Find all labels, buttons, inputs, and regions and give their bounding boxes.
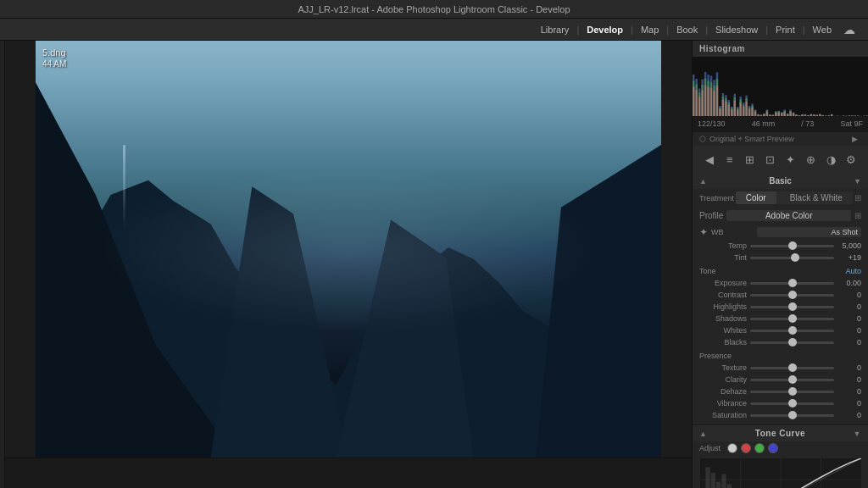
whites-thumb[interactable] [788,326,797,335]
navbar: Library | Develop | Map | Book | Slidesh… [0,19,868,41]
main-area: 5.dng 44 AM Histogram 122/130 46 mm / 73… [0,41,868,488]
smart-preview-bar: ⬡ Original + Smart Preview ▶ [693,132,868,146]
nav-web[interactable]: Web [809,23,836,36]
point-green[interactable] [754,443,765,453]
tint-slider[interactable] [750,257,834,259]
shadows-thumb[interactable] [788,314,797,323]
basic-label: Basic [769,176,792,186]
temp-thumb[interactable] [788,241,797,250]
tone-curve-canvas[interactable] [700,458,861,488]
histogram-info: 122/130 46 mm / 73 Sat 9F [693,118,868,130]
contrast-row: Contrast 0 [693,289,868,301]
vibrance-thumb[interactable] [788,399,797,408]
vibrance-label: Vibrance [699,399,747,408]
hist-info-left: 122/130 [698,119,726,128]
histogram-header[interactable]: Histogram [693,41,868,57]
point-blue[interactable] [768,443,778,453]
highlights-slider[interactable] [750,306,834,308]
exposure-slider[interactable] [750,282,834,285]
tone-label: Tone [699,267,716,275]
contrast-value: 0 [837,291,861,299]
nav-sep-2: | [631,25,633,35]
center-area: 5.dng 44 AM [5,41,692,488]
whites-slider[interactable] [750,330,834,332]
tool-heal[interactable]: ⊕ [801,150,820,169]
nav-print[interactable]: Print [771,23,799,36]
texture-slider[interactable] [750,367,834,369]
filmstrip [5,458,692,488]
whites-label: Whites [699,326,747,335]
saturation-label: Saturation [699,411,747,419]
wb-dropper-icon[interactable]: ✦ [699,226,708,238]
clarity-slider[interactable] [750,379,834,381]
blacks-label: Blacks [699,338,747,347]
histogram-section: Histogram 122/130 46 mm / 73 Sat 9F [693,41,868,132]
nav-develop[interactable]: Develop [582,23,627,36]
photo-filename: 5.dng [42,47,66,58]
tone-curve-header[interactable]: ▲ Tone Curve ▼ [693,425,868,441]
highlights-label: Highlights [699,302,747,311]
shadows-slider[interactable] [750,318,834,320]
nav-book[interactable]: Book [672,23,702,36]
smart-preview-arrow: ▶ [852,135,858,143]
saturation-thumb[interactable] [788,411,797,419]
highlights-row: Highlights 0 [693,301,868,313]
blacks-thumb[interactable] [788,338,797,347]
contrast-slider[interactable] [750,294,834,297]
nav-library[interactable]: Library [537,23,574,36]
waterfall [123,145,125,228]
saturation-value: 0 [837,411,861,419]
presence-title-row: Presence [693,348,868,362]
presence-label: Presence [699,352,732,360]
dehaze-slider[interactable] [750,391,834,393]
tool-grid[interactable]: ⊞ [741,150,760,169]
photo-time: 44 AM [42,59,66,69]
tool-eyedropper[interactable]: ✦ [781,150,799,169]
histogram-display: 122/130 46 mm / 73 Sat 9F [693,57,868,131]
tone-curve-label: Tone Curve [755,429,805,438]
tone-auto-btn[interactable]: Auto [845,267,861,275]
texture-thumb[interactable] [788,363,797,372]
tool-back[interactable]: ◀ [700,150,719,169]
tool-settings[interactable]: ⚙ [842,150,860,169]
wb-value[interactable]: As Shot [757,227,861,237]
titlebar-text: AJJ_LR-v12.lrcat - Adobe Photoshop Light… [298,4,570,14]
tone-curve-collapse: ▲ [699,430,707,438]
exposure-thumb[interactable] [788,279,797,287]
tab-color[interactable]: Color [736,191,776,204]
smart-preview-text: Original + Smart Preview [709,135,794,143]
blacks-row: Blacks 0 [693,336,868,348]
tool-row: ◀ ≡ ⊞ ⊡ ✦ ⊕ ◑ ⚙ [693,146,868,173]
point-red[interactable] [741,443,751,453]
vibrance-slider[interactable] [750,402,834,405]
basic-collapse-icon: ▲ [699,177,707,186]
smart-preview-icon: ⬡ [699,135,706,143]
blacks-slider[interactable] [750,341,834,344]
basic-header[interactable]: ▲ Basic ▼ [693,173,868,189]
dehaze-thumb[interactable] [788,387,797,396]
profile-value[interactable]: Adobe Color [726,210,851,221]
treatment-label: Treatment [699,194,734,202]
temp-slider[interactable] [750,245,834,247]
highlights-thumb[interactable] [788,302,797,311]
tint-thumb[interactable] [791,253,799,262]
contrast-thumb[interactable] [788,291,797,299]
tool-crop[interactable]: ⊡ [761,150,780,169]
tool-gradient[interactable]: ◑ [821,150,840,169]
clarity-label: Clarity [699,375,747,384]
tool-sliders[interactable]: ≡ [721,150,739,169]
clarity-thumb[interactable] [788,375,797,384]
basic-expand-icon: ▼ [854,177,861,186]
point-white[interactable] [727,443,737,453]
saturation-slider[interactable] [750,414,834,417]
nav-slideshow[interactable]: Slideshow [711,23,762,36]
right-panel: Histogram 122/130 46 mm / 73 Sat 9F ⬡ Or… [692,41,868,488]
vibrance-row: Vibrance 0 [693,397,868,409]
tone-title-row: Tone Auto [693,263,868,277]
tab-bw[interactable]: Black & White [780,191,853,204]
exposure-value: 0.00 [837,279,861,287]
nav-map[interactable]: Map [637,23,663,36]
basic-panel: ▲ Basic ▼ Treatment Color Black & White … [693,173,868,425]
texture-row: Texture 0 [693,362,868,374]
exposure-row: Exposure 0.00 [693,277,868,289]
